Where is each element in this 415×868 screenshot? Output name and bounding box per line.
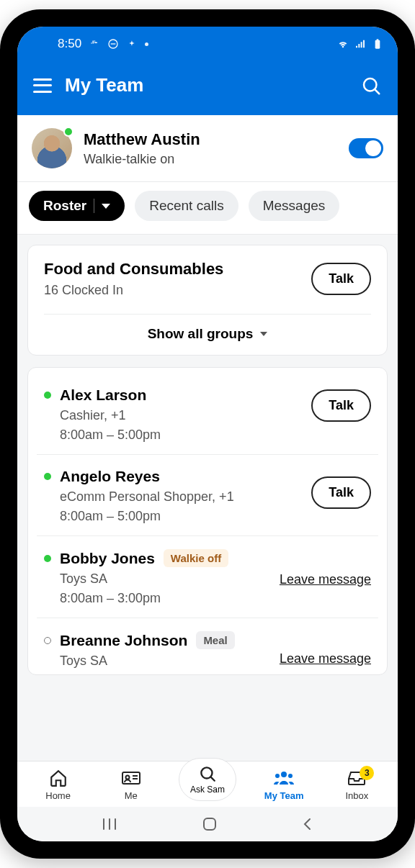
tab-messages-label: Messages [263,198,326,214]
svg-rect-18 [204,818,215,830]
svg-point-14 [288,774,293,778]
walkie-toggle[interactable] [349,138,383,158]
android-recent-button[interactable] [101,818,118,831]
svg-point-13 [275,774,280,778]
id-card-icon [121,769,141,787]
status-badge: Meal [196,631,234,649]
wifi-icon [337,38,349,50]
list-item[interactable]: Breanne Johnson Meal Toys SA Leave messa… [37,618,378,674]
search-icon [198,764,217,783]
team-icon [273,769,295,787]
tab-recent-calls[interactable]: Recent calls [135,191,238,221]
nav-my-team-label: My Team [264,790,304,801]
show-all-groups-button[interactable]: Show all groups [44,314,371,355]
phone-shell: 8:50 My Team [0,9,415,859]
people-list: Alex Larson Cashier, +1 8:00am – 5:00pm … [27,367,388,675]
leave-message-button[interactable]: Leave message [280,572,371,587]
search-button[interactable] [360,75,382,96]
presence-dot-icon [63,127,73,137]
nav-home-label: Home [45,790,71,801]
group-subtitle: 16 Clocked In [44,283,223,298]
current-user-row: Matthew Austin Walkie-talkie on [17,115,398,182]
nav-inbox-label: Inbox [345,790,368,801]
tab-divider [94,199,94,213]
tab-roster[interactable]: Roster [29,191,125,221]
status-bar: 8:50 [17,27,398,61]
svg-rect-2 [375,40,380,49]
content-scroll[interactable]: Food and Consumables 16 Clocked In Talk … [17,235,398,761]
person-name: Breanne Johnson [60,632,187,649]
nav-inbox[interactable]: 3 Inbox [331,769,382,801]
tab-roster-label: Roster [43,198,86,214]
tab-recent-calls-label: Recent calls [149,198,224,214]
menu-icon[interactable] [33,78,52,93]
presence-dot-icon [44,392,51,399]
inbox-badge: 3 [360,766,374,780]
android-back-button[interactable] [301,816,314,832]
status-dot-icon [145,42,148,46]
nav-home[interactable]: Home [33,769,84,801]
talk-button[interactable]: Talk [311,476,371,509]
svg-point-12 [281,772,287,777]
android-nav-bar [17,807,398,841]
page-title: My Team [65,74,143,96]
person-name: Angelo Reyes [60,468,160,485]
user-status: Walkie-talkie on [84,152,200,167]
nav-ask-sam[interactable]: Ask Sam [179,758,236,801]
search-icon [360,75,382,96]
show-all-label: Show all groups [148,326,254,342]
person-schedule: 8:00am – 5:00pm [60,509,371,524]
status-time: 8:50 [58,37,81,51]
nav-ask-sam-label: Ask Sam [190,785,225,795]
avatar[interactable] [32,128,72,168]
tabs-row: Roster Recent calls Messages [17,182,398,235]
person-schedule: 8:00am – 3:00pm [60,591,371,606]
presence-dot-icon [44,555,51,562]
svg-line-11 [211,777,215,781]
nav-me-label: Me [125,790,138,801]
screen: 8:50 My Team [17,27,398,841]
list-item[interactable]: Bobby Jones Walkie off Toys SA 8:00am – … [37,535,378,618]
svg-line-5 [375,89,380,94]
app-header: My Team [17,61,398,115]
person-name: Alex Larson [60,386,146,404]
group-title: Food and Consumables [44,260,223,279]
nav-my-team[interactable]: My Team [259,769,309,801]
tab-messages[interactable]: Messages [249,191,340,221]
person-name: Bobby Jones [60,550,155,567]
group-talk-button[interactable]: Talk [311,263,371,295]
status-badge: Walkie off [164,549,228,567]
home-icon [49,769,68,787]
svg-point-7 [125,776,129,779]
presence-dot-icon [44,473,51,480]
battery-icon [372,38,383,50]
svg-rect-3 [377,39,379,40]
nav-me[interactable]: Me [106,769,156,801]
list-item[interactable]: Angelo Reyes eComm Personal Shopper, +1 … [37,454,378,535]
presence-dot-icon [44,637,51,644]
talk-button[interactable]: Talk [311,389,371,422]
user-name: Matthew Austin [84,130,200,149]
spark-icon [126,38,138,50]
chevron-down-icon [260,332,267,336]
slack-icon [89,38,100,50]
dnd-icon [107,38,119,50]
chevron-down-icon [102,204,110,209]
person-schedule: 8:00am – 5:00pm [60,428,371,443]
leave-message-button[interactable]: Leave message [280,651,371,666]
android-home-button[interactable] [202,816,218,832]
signal-icon [354,38,366,50]
bottom-nav: Home Me Ask Sam My Team [17,761,398,807]
list-item[interactable]: Alex Larson Cashier, +1 8:00am – 5:00pm … [28,368,387,454]
group-card: Food and Consumables 16 Clocked In Talk … [27,245,388,356]
